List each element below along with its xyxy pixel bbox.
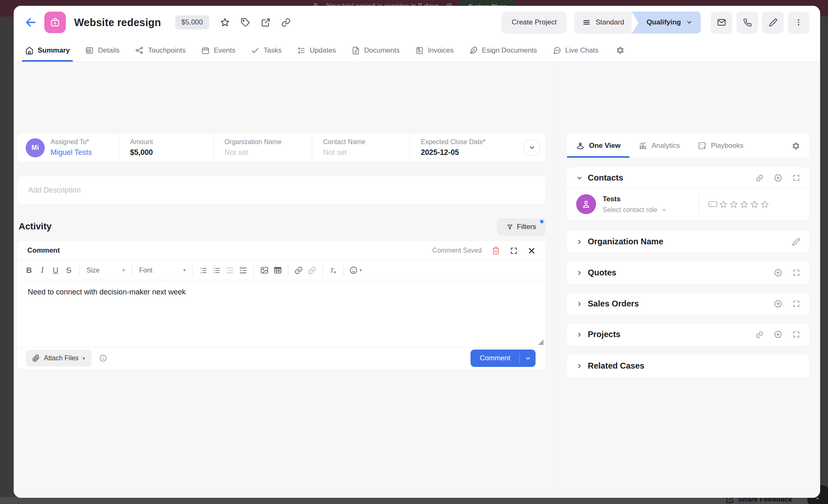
insert-table-button[interactable] bbox=[271, 264, 284, 277]
bullet-list-button[interactable] bbox=[210, 264, 223, 277]
field-amount[interactable]: Amount $5,000 bbox=[119, 134, 213, 162]
star-icon[interactable] bbox=[729, 200, 738, 209]
field-expected-close-date[interactable]: Expected Close Date* 2025-12-05 bbox=[410, 134, 522, 162]
description-input[interactable]: Add Description bbox=[17, 176, 546, 204]
edit-organization-icon[interactable] bbox=[792, 238, 800, 246]
chevron-down-icon bbox=[661, 207, 667, 213]
insert-link-button[interactable] bbox=[292, 264, 305, 277]
chevron-right-icon bbox=[576, 239, 583, 245]
contact-row[interactable]: Tests Select contact role T.. bbox=[567, 189, 809, 219]
close-comment-icon[interactable] bbox=[528, 247, 536, 255]
copy-link-icon[interactable] bbox=[281, 18, 291, 27]
comment-text: Need to connect with decision-maker next… bbox=[28, 288, 186, 297]
contact-avatar bbox=[576, 194, 596, 214]
tab-documents[interactable]: Documents bbox=[352, 39, 400, 62]
back-button[interactable] bbox=[24, 16, 37, 29]
tab-tasks[interactable]: Tasks bbox=[251, 39, 281, 62]
assignee-link[interactable]: Miguel Tests bbox=[51, 148, 92, 157]
bold-button[interactable]: B bbox=[22, 264, 36, 277]
description-placeholder: Add Description bbox=[28, 186, 81, 195]
tab-details[interactable]: Details bbox=[85, 39, 119, 62]
deal-title: Website redesign bbox=[74, 17, 161, 29]
emoji-button[interactable]: ▾ bbox=[348, 264, 364, 277]
sidebar-settings-button[interactable] bbox=[792, 142, 800, 150]
filters-button[interactable]: Filters bbox=[497, 218, 546, 236]
attach-files-button[interactable]: Attach Files ▾ bbox=[26, 350, 92, 367]
projects-section-header[interactable]: Projects bbox=[567, 323, 809, 345]
info-bar-expand-button[interactable] bbox=[524, 140, 540, 156]
star-icon[interactable] bbox=[750, 200, 759, 209]
comment-body[interactable]: Need to connect with decision-maker next… bbox=[17, 280, 546, 347]
rating-label-icon: T.. bbox=[708, 201, 717, 207]
underline-button[interactable]: U bbox=[49, 264, 62, 277]
add-project-icon[interactable] bbox=[774, 330, 782, 339]
add-quote-icon[interactable] bbox=[774, 268, 782, 277]
star-icon[interactable] bbox=[740, 200, 748, 209]
related-cases-section-header[interactable]: Related Cases bbox=[567, 355, 809, 377]
expand-projects-icon[interactable] bbox=[792, 330, 800, 338]
stage-dropdown[interactable]: Qualifying bbox=[632, 12, 701, 34]
tab-esign-documents[interactable]: Esign Documents bbox=[469, 39, 537, 62]
tab-updates[interactable]: Updates bbox=[297, 39, 336, 62]
submit-comment-split-button[interactable]: Comment bbox=[471, 350, 536, 367]
tab-summary[interactable]: Summary bbox=[25, 39, 70, 62]
submit-comment-button[interactable]: Comment bbox=[471, 350, 519, 367]
italic-button[interactable]: I bbox=[36, 264, 49, 277]
svg-text:1: 1 bbox=[200, 267, 202, 269]
comment-options-dropdown[interactable] bbox=[520, 350, 536, 367]
more-options-button[interactable] bbox=[788, 12, 809, 34]
link-project-icon[interactable] bbox=[756, 330, 764, 339]
contact-role-dropdown[interactable]: Select contact role bbox=[603, 206, 696, 214]
font-family-dropdown[interactable]: Font▾ bbox=[136, 267, 189, 274]
remove-link-button[interactable]: x bbox=[305, 264, 319, 277]
contact-rating[interactable]: T.. bbox=[708, 200, 769, 209]
sales-orders-section-header[interactable]: Sales Orders bbox=[567, 293, 809, 315]
link-contact-icon[interactable] bbox=[756, 174, 764, 182]
organization-section-header[interactable]: Organization Name bbox=[567, 231, 809, 253]
sidebar-tab-analytics[interactable]: Analytics bbox=[630, 134, 689, 158]
edit-open-icon[interactable] bbox=[261, 18, 270, 27]
pipeline-selector[interactable]: Standard bbox=[574, 12, 632, 34]
star-icon[interactable] bbox=[760, 200, 769, 209]
quotes-section-header[interactable]: Quotes bbox=[567, 262, 809, 284]
contact-name[interactable]: Tests bbox=[603, 195, 696, 203]
field-organization-name[interactable]: Organization Name Not set bbox=[213, 134, 312, 162]
ordered-list-button[interactable]: 12 bbox=[197, 264, 210, 277]
field-assigned-to[interactable]: Mi Assigned To* Miguel Tests bbox=[17, 134, 119, 162]
tab-invoices[interactable]: Invoices bbox=[415, 39, 454, 62]
insert-image-button[interactable] bbox=[258, 264, 271, 277]
outdent-button[interactable] bbox=[223, 264, 237, 277]
tab-touchpoints[interactable]: Touchpoints bbox=[135, 39, 186, 62]
expand-quotes-icon[interactable] bbox=[792, 269, 800, 277]
star-icon[interactable] bbox=[719, 200, 728, 209]
expand-comment-icon[interactable] bbox=[510, 247, 518, 255]
sidebar-tab-one-view[interactable]: One View bbox=[567, 134, 630, 158]
strikethrough-button[interactable]: S bbox=[62, 264, 75, 277]
attachment-info-icon[interactable] bbox=[99, 354, 107, 362]
create-project-button[interactable]: Create Project bbox=[502, 12, 567, 34]
tab-live-chats[interactable]: Live Chats bbox=[553, 39, 599, 62]
resize-handle[interactable] bbox=[538, 340, 543, 345]
edit-button[interactable] bbox=[762, 12, 784, 34]
call-button[interactable] bbox=[736, 12, 758, 34]
tab-events[interactable]: Events bbox=[201, 39, 235, 62]
playbooks-icon bbox=[698, 142, 706, 150]
touchpoints-icon bbox=[135, 46, 144, 55]
tab-settings-button[interactable] bbox=[616, 46, 625, 55]
sidebar-tab-playbooks[interactable]: Playbooks bbox=[689, 134, 752, 158]
field-contact-name[interactable]: Contact Name Not set bbox=[312, 134, 410, 162]
expand-sales-orders-icon[interactable] bbox=[792, 300, 800, 308]
expand-contacts-icon[interactable] bbox=[792, 174, 800, 182]
contacts-header[interactable]: Contacts bbox=[567, 167, 809, 189]
field-label: Organization Name bbox=[225, 138, 282, 146]
delete-comment-icon[interactable] bbox=[492, 246, 500, 255]
star-icon[interactable] bbox=[220, 17, 230, 27]
tag-icon[interactable] bbox=[241, 18, 250, 27]
add-contact-icon[interactable] bbox=[774, 174, 782, 182]
email-button[interactable] bbox=[711, 12, 732, 34]
font-size-dropdown[interactable]: Size▾ bbox=[83, 267, 128, 274]
add-sales-order-icon[interactable] bbox=[774, 299, 782, 308]
check-icon bbox=[251, 46, 259, 55]
indent-button[interactable] bbox=[237, 264, 250, 277]
remove-format-button[interactable]: Tx bbox=[326, 264, 340, 277]
